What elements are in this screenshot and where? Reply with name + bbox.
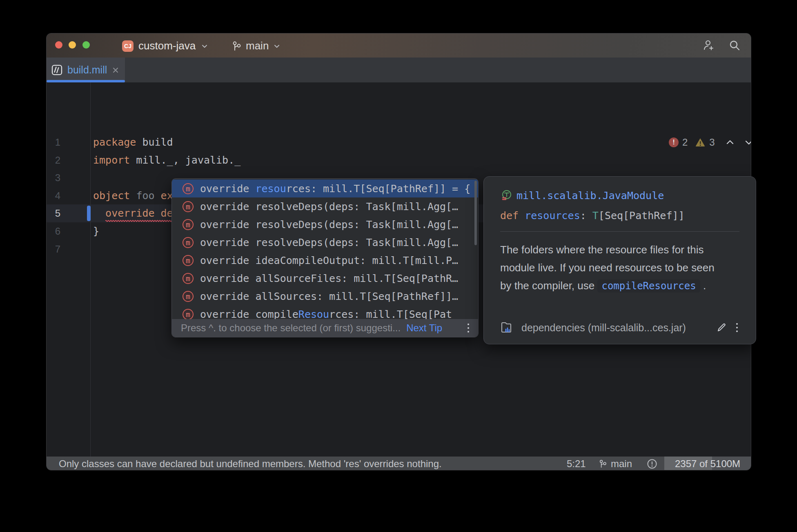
completion-popup: moverride resources: mill.T[Seq[PathRef]… [171, 178, 479, 337]
status-bar: Only classes can have declared but undef… [47, 457, 751, 470]
search-icon[interactable] [728, 39, 741, 51]
doc-description: The folders where the resource files for… [500, 241, 739, 295]
error-count: 2 [682, 137, 688, 148]
maximize-window-button[interactable] [82, 41, 90, 49]
prev-problem-chevron-up-icon[interactable] [725, 137, 735, 148]
title-bar: CJ custom-java main [47, 33, 751, 58]
next-tip-link[interactable]: Next Tip [406, 322, 442, 334]
doc-divider [500, 231, 739, 232]
chevron-down-icon [200, 42, 209, 50]
memory-usage-text: 2357 of 5100M [664, 457, 751, 470]
completion-item[interactable]: moverride resolveDeps(deps: Task[mill.Ag… [172, 215, 478, 233]
method-icon: m [183, 219, 194, 230]
method-icon: m [183, 201, 194, 212]
minimize-window-button[interactable] [69, 41, 76, 49]
tab-label: build.mill [67, 64, 107, 76]
add-user-icon[interactable] [702, 39, 715, 51]
close-window-button[interactable] [55, 41, 62, 49]
completion-item[interactable]: moverride resolveDeps(deps: Task[mill.Ag… [172, 233, 478, 251]
documentation-popup: mill.scalalib.JavaModule def resources: … [483, 176, 756, 344]
warning-count-icon [695, 137, 706, 147]
more-options-kebab-icon[interactable] [466, 322, 471, 334]
edit-pencil-icon[interactable] [716, 322, 727, 333]
tab-build-mill[interactable]: build.mill [47, 58, 125, 82]
library-icon [500, 321, 512, 334]
inspections-widget[interactable]: ! 2 3 [669, 136, 751, 149]
completion-item[interactable]: moverride allSources: mill.T[Seq[PathRef… [172, 287, 478, 305]
method-icon: m [183, 291, 194, 302]
completion-scrollbar-thumb[interactable] [474, 181, 477, 245]
method-icon: m [183, 237, 194, 248]
completion-hint-text: Press ^. to choose the selected (or firs… [181, 322, 401, 334]
git-branch-icon [231, 40, 242, 52]
branch-name: main [246, 40, 269, 52]
trait-icon [500, 189, 512, 202]
editor-tab-bar: build.mill [47, 58, 751, 82]
project-widget[interactable]: CJ custom-java [122, 40, 209, 52]
doc-signature: def resources: T[Seq[PathRef]] [500, 208, 739, 223]
completion-item[interactable]: moverride ideaCompileOutput: mill.T[mill… [172, 251, 478, 269]
caret-position-widget[interactable]: 5:21 [567, 457, 586, 470]
close-tab-icon[interactable] [112, 66, 119, 74]
method-icon: m [183, 273, 194, 284]
next-problem-chevron-down-icon[interactable] [744, 137, 751, 148]
doc-qualified-name[interactable]: mill.scalalib.JavaModule [516, 190, 664, 202]
problems-indicator-icon[interactable] [647, 459, 657, 469]
project-name: custom-java [138, 40, 196, 52]
completion-item[interactable]: moverride resources: mill.T[Seq[PathRef]… [172, 180, 478, 197]
project-badge: CJ [122, 40, 134, 52]
method-icon: m [183, 309, 194, 320]
method-icon: m [183, 183, 194, 194]
doc-dependencies-label[interactable]: dependencies (mill-scalalib...ces.jar) [521, 322, 708, 334]
method-icon: m [183, 255, 194, 266]
warning-count: 3 [709, 137, 715, 148]
completion-item[interactable]: moverride resolveDeps(deps: Task[mill.Ag… [172, 197, 478, 215]
doc-more-kebab-icon[interactable] [735, 321, 739, 334]
status-message: Only classes can have declared but undef… [59, 457, 442, 470]
completion-item[interactable]: moverride allSourceFiles: mill.T[Seq[Pat… [172, 269, 478, 287]
chevron-down-icon [273, 42, 281, 50]
caret-line-gutter-marker [87, 206, 91, 221]
completion-hint-bar: Press ^. to choose the selected (or firs… [172, 319, 478, 337]
error-count-icon: ! [669, 137, 679, 147]
memory-indicator[interactable]: 2357 of 5100M [664, 457, 751, 470]
completion-item[interactable]: moverride compileResources: mill.T[Seq[P… [172, 305, 478, 320]
status-branch-name[interactable]: main [611, 457, 632, 470]
compile-resources-link[interactable]: compileResources [597, 279, 700, 293]
git-branch-icon[interactable] [598, 459, 607, 469]
vcs-widget[interactable]: main [231, 40, 281, 52]
mill-file-icon [51, 64, 62, 75]
